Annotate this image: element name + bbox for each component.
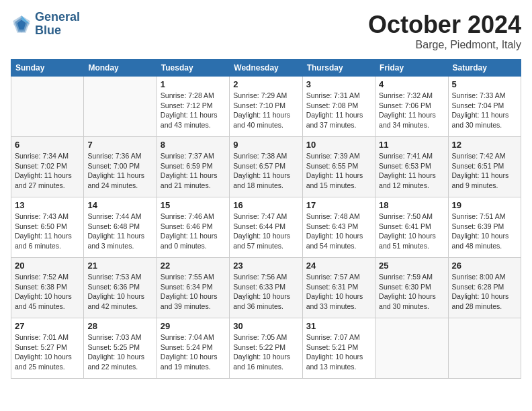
col-header-thursday: Thursday bbox=[302, 60, 375, 77]
col-header-friday: Friday bbox=[375, 60, 448, 77]
month-title: October 2024 bbox=[368, 11, 521, 39]
calendar-week-1: 1Sunrise: 7:28 AMSunset: 7:12 PMDaylight… bbox=[11, 77, 521, 137]
day-number: 21 bbox=[87, 261, 152, 271]
day-detail: Sunrise: 7:43 AMSunset: 6:50 PMDaylight:… bbox=[15, 212, 80, 251]
calendar-cell: 6Sunrise: 7:34 AMSunset: 7:02 PMDaylight… bbox=[11, 137, 84, 197]
calendar-cell: 19Sunrise: 7:51 AMSunset: 6:39 PMDayligh… bbox=[448, 197, 521, 258]
calendar-cell: 8Sunrise: 7:37 AMSunset: 6:59 PMDaylight… bbox=[157, 137, 229, 197]
calendar-cell: 14Sunrise: 7:44 AMSunset: 6:48 PMDayligh… bbox=[84, 197, 157, 258]
day-detail: Sunrise: 7:47 AMSunset: 6:44 PMDaylight:… bbox=[233, 212, 298, 251]
day-detail: Sunrise: 7:55 AMSunset: 6:34 PMDaylight:… bbox=[161, 272, 226, 312]
day-detail: Sunrise: 7:39 AMSunset: 6:55 PMDaylight:… bbox=[306, 151, 371, 191]
day-detail: Sunrise: 7:48 AMSunset: 6:43 PMDaylight:… bbox=[306, 212, 371, 251]
day-number: 14 bbox=[87, 200, 152, 210]
calendar-cell: 27Sunrise: 7:01 AMSunset: 5:27 PMDayligh… bbox=[11, 318, 84, 379]
day-detail: Sunrise: 7:01 AMSunset: 5:27 PMDaylight:… bbox=[15, 332, 80, 372]
day-detail: Sunrise: 7:34 AMSunset: 7:02 PMDaylight:… bbox=[15, 151, 80, 191]
day-detail: Sunrise: 7:38 AMSunset: 6:57 PMDaylight:… bbox=[233, 151, 298, 191]
day-number: 27 bbox=[15, 321, 80, 331]
day-detail: Sunrise: 7:52 AMSunset: 6:38 PMDaylight:… bbox=[15, 272, 80, 312]
day-detail: Sunrise: 7:31 AMSunset: 7:08 PMDaylight:… bbox=[306, 91, 371, 130]
day-number: 1 bbox=[161, 79, 226, 89]
calendar-cell: 3Sunrise: 7:31 AMSunset: 7:08 PMDaylight… bbox=[302, 77, 375, 137]
calendar-cell: 25Sunrise: 7:59 AMSunset: 6:30 PMDayligh… bbox=[375, 258, 448, 318]
day-number: 20 bbox=[15, 261, 80, 271]
day-detail: Sunrise: 7:32 AMSunset: 7:06 PMDaylight:… bbox=[379, 91, 444, 130]
day-number: 8 bbox=[161, 140, 226, 150]
day-detail: Sunrise: 7:56 AMSunset: 6:33 PMDaylight:… bbox=[233, 272, 298, 312]
calendar-cell: 11Sunrise: 7:41 AMSunset: 6:53 PMDayligh… bbox=[375, 137, 448, 197]
calendar-cell: 2Sunrise: 7:29 AMSunset: 7:10 PMDaylight… bbox=[230, 77, 302, 137]
day-number: 18 bbox=[379, 200, 444, 210]
calendar-cell: 13Sunrise: 7:43 AMSunset: 6:50 PMDayligh… bbox=[11, 197, 84, 258]
logo-icon bbox=[11, 13, 32, 35]
col-header-saturday: Saturday bbox=[448, 60, 521, 77]
day-detail: Sunrise: 7:41 AMSunset: 6:53 PMDaylight:… bbox=[379, 151, 444, 191]
calendar-cell: 26Sunrise: 8:00 AMSunset: 6:28 PMDayligh… bbox=[448, 258, 521, 318]
day-number: 16 bbox=[233, 200, 298, 210]
calendar-cell: 28Sunrise: 7:03 AMSunset: 5:25 PMDayligh… bbox=[84, 318, 157, 379]
day-detail: Sunrise: 7:07 AMSunset: 5:21 PMDaylight:… bbox=[306, 332, 371, 372]
location: Barge, Piedmont, Italy bbox=[368, 39, 521, 51]
day-detail: Sunrise: 7:37 AMSunset: 6:59 PMDaylight:… bbox=[161, 151, 226, 191]
day-number: 28 bbox=[87, 321, 152, 331]
day-detail: Sunrise: 7:28 AMSunset: 7:12 PMDaylight:… bbox=[161, 91, 226, 130]
calendar-cell: 21Sunrise: 7:53 AMSunset: 6:36 PMDayligh… bbox=[84, 258, 157, 318]
day-number: 10 bbox=[306, 140, 371, 150]
col-header-tuesday: Tuesday bbox=[157, 60, 229, 77]
day-number: 26 bbox=[452, 261, 517, 271]
calendar-cell: 22Sunrise: 7:55 AMSunset: 6:34 PMDayligh… bbox=[157, 258, 229, 318]
header-row: SundayMondayTuesdayWednesdayThursdayFrid… bbox=[11, 60, 521, 77]
day-number: 11 bbox=[379, 140, 444, 150]
calendar-cell: 23Sunrise: 7:56 AMSunset: 6:33 PMDayligh… bbox=[230, 258, 302, 318]
day-detail: Sunrise: 7:29 AMSunset: 7:10 PMDaylight:… bbox=[233, 91, 298, 130]
calendar-cell: 10Sunrise: 7:39 AMSunset: 6:55 PMDayligh… bbox=[302, 137, 375, 197]
calendar-cell bbox=[375, 318, 448, 379]
calendar-cell: 31Sunrise: 7:07 AMSunset: 5:21 PMDayligh… bbox=[302, 318, 375, 379]
calendar-week-5: 27Sunrise: 7:01 AMSunset: 5:27 PMDayligh… bbox=[11, 318, 521, 379]
day-detail: Sunrise: 7:46 AMSunset: 6:46 PMDaylight:… bbox=[161, 212, 226, 251]
calendar-cell: 24Sunrise: 7:57 AMSunset: 6:31 PMDayligh… bbox=[302, 258, 375, 318]
day-detail: Sunrise: 7:33 AMSunset: 7:04 PMDaylight:… bbox=[452, 91, 517, 130]
logo: General Blue bbox=[11, 11, 80, 38]
calendar-cell: 29Sunrise: 7:04 AMSunset: 5:24 PMDayligh… bbox=[157, 318, 229, 379]
day-detail: Sunrise: 7:03 AMSunset: 5:25 PMDaylight:… bbox=[87, 332, 152, 372]
day-number: 9 bbox=[233, 140, 298, 150]
day-detail: Sunrise: 7:05 AMSunset: 5:22 PMDaylight:… bbox=[233, 332, 298, 372]
calendar-table: SundayMondayTuesdayWednesdayThursdayFrid… bbox=[11, 59, 521, 379]
day-number: 17 bbox=[306, 200, 371, 210]
day-number: 7 bbox=[87, 140, 152, 150]
calendar-cell bbox=[11, 77, 84, 137]
calendar-cell bbox=[84, 77, 157, 137]
calendar-cell: 12Sunrise: 7:42 AMSunset: 6:51 PMDayligh… bbox=[448, 137, 521, 197]
calendar-week-3: 13Sunrise: 7:43 AMSunset: 6:50 PMDayligh… bbox=[11, 197, 521, 258]
day-detail: Sunrise: 7:57 AMSunset: 6:31 PMDaylight:… bbox=[306, 272, 371, 312]
calendar-week-2: 6Sunrise: 7:34 AMSunset: 7:02 PMDaylight… bbox=[11, 137, 521, 197]
calendar-cell: 4Sunrise: 7:32 AMSunset: 7:06 PMDaylight… bbox=[375, 77, 448, 137]
calendar-cell: 5Sunrise: 7:33 AMSunset: 7:04 PMDaylight… bbox=[448, 77, 521, 137]
title-block: October 2024 Barge, Piedmont, Italy bbox=[368, 11, 521, 51]
day-detail: Sunrise: 7:44 AMSunset: 6:48 PMDaylight:… bbox=[87, 212, 152, 251]
day-number: 15 bbox=[161, 200, 226, 210]
day-number: 23 bbox=[233, 261, 298, 271]
day-detail: Sunrise: 7:42 AMSunset: 6:51 PMDaylight:… bbox=[452, 151, 517, 191]
calendar-cell: 7Sunrise: 7:36 AMSunset: 7:00 PMDaylight… bbox=[84, 137, 157, 197]
day-detail: Sunrise: 7:36 AMSunset: 7:00 PMDaylight:… bbox=[87, 151, 152, 191]
calendar-cell: 1Sunrise: 7:28 AMSunset: 7:12 PMDaylight… bbox=[157, 77, 229, 137]
day-number: 31 bbox=[306, 321, 371, 331]
page-header: General Blue October 2024 Barge, Piedmon… bbox=[11, 11, 521, 51]
day-detail: Sunrise: 7:04 AMSunset: 5:24 PMDaylight:… bbox=[161, 332, 226, 372]
day-number: 6 bbox=[15, 140, 80, 150]
day-number: 13 bbox=[15, 200, 80, 210]
col-header-monday: Monday bbox=[84, 60, 157, 77]
day-number: 24 bbox=[306, 261, 371, 271]
calendar-cell bbox=[448, 318, 521, 379]
day-detail: Sunrise: 7:53 AMSunset: 6:36 PMDaylight:… bbox=[87, 272, 152, 312]
day-number: 22 bbox=[161, 261, 226, 271]
day-number: 2 bbox=[233, 79, 298, 89]
day-number: 25 bbox=[379, 261, 444, 271]
day-number: 19 bbox=[452, 200, 517, 210]
day-detail: Sunrise: 8:00 AMSunset: 6:28 PMDaylight:… bbox=[452, 272, 517, 312]
calendar-cell: 16Sunrise: 7:47 AMSunset: 6:44 PMDayligh… bbox=[230, 197, 302, 258]
calendar-cell: 30Sunrise: 7:05 AMSunset: 5:22 PMDayligh… bbox=[230, 318, 302, 379]
